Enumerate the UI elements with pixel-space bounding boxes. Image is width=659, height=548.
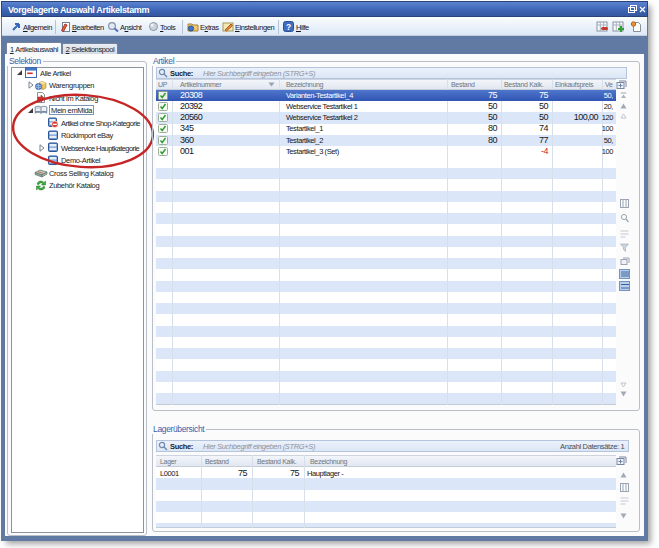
- svg-text:?: ?: [286, 22, 291, 32]
